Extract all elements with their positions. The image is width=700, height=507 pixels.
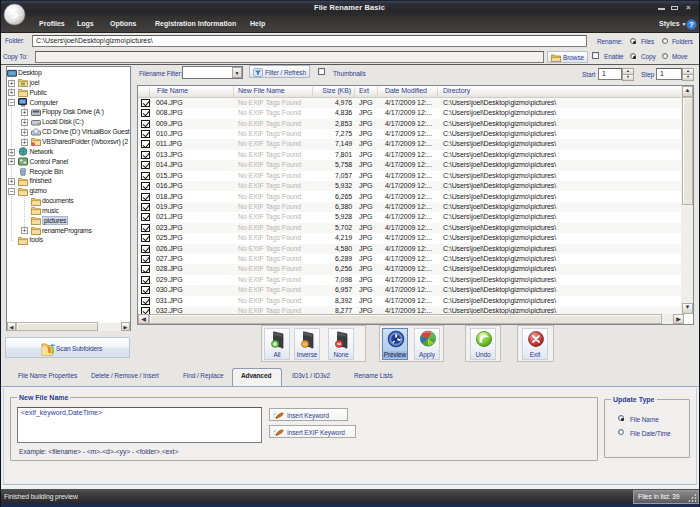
- svg-text:?: ?: [689, 20, 694, 29]
